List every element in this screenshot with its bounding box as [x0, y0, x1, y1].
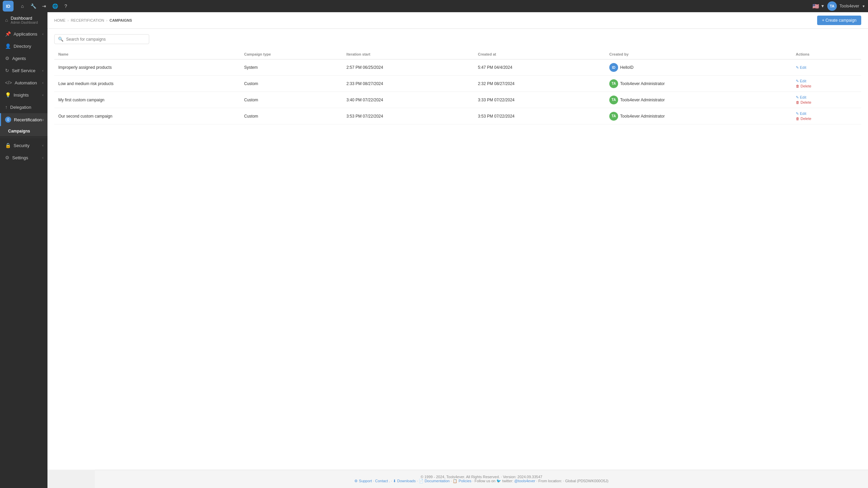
sidebar-item-recertification[interactable]: 0 Recertification ∨: [0, 113, 47, 126]
col-iteration: Iteration start: [342, 49, 474, 59]
sidebar-item-insights[interactable]: 💡 Insights ‹: [0, 89, 47, 101]
footer-downloads-link[interactable]: ⬇ Downloads: [393, 479, 415, 483]
security-icon: 🔒: [5, 143, 11, 148]
sidebar-item-self-service[interactable]: ↻ Self Service ‹: [0, 64, 47, 77]
search-icon: 🔍: [58, 37, 63, 42]
globe-nav-icon[interactable]: 🌐: [50, 1, 60, 11]
footer-links: ⚙ Support · Contact . · ⬇ Downloads · 📄 …: [100, 479, 863, 483]
insights-arrow: ‹: [42, 93, 43, 97]
breadcrumb-sep-2: ›: [106, 18, 107, 22]
delete-action-link[interactable]: 🗑 Delete: [796, 84, 857, 88]
footer-support-link[interactable]: ⚙ Support: [354, 479, 372, 483]
cell-created-by: TATools4ever Administrator: [605, 108, 792, 124]
cell-name: Improperly assigned products: [54, 59, 240, 76]
footer-twitter-link[interactable]: @tools4ever: [514, 479, 535, 483]
cell-actions: ✎ Edit: [792, 59, 861, 76]
security-label: Security: [14, 143, 29, 148]
sidebar-item-agents[interactable]: ⚙ Agents: [0, 52, 47, 64]
edit-action-link[interactable]: ✎ Edit: [796, 95, 857, 100]
automation-icon: </>: [5, 80, 12, 85]
col-created-at: Created at: [474, 49, 605, 59]
tools-nav-icon[interactable]: 🔧: [28, 1, 38, 11]
breadcrumb-sep-1: ›: [67, 18, 69, 22]
sidebar-item-automation[interactable]: </> Automation ‹: [0, 77, 47, 89]
delete-action-link[interactable]: 🗑 Delete: [796, 117, 857, 121]
applications-label: Applications: [14, 32, 37, 37]
sidebar-item-applications[interactable]: 📌 Applications ‹: [0, 28, 47, 40]
breadcrumb-current: CAMPAIGNS: [110, 18, 132, 22]
table-header: Name Campaign type Iteration start Creat…: [54, 49, 861, 59]
delete-action-link[interactable]: 🗑 Delete: [796, 100, 857, 104]
cell-created-by: IDHelloID: [605, 59, 792, 76]
settings-arrow: ‹: [42, 156, 43, 160]
cell-iteration-start: 2:33 PM 08/27/2024: [342, 76, 474, 92]
self-service-arrow: ‹: [42, 69, 43, 73]
directory-icon: 👤: [5, 43, 11, 49]
forward-nav-icon[interactable]: ⇥: [39, 1, 49, 11]
recertification-label: Recertification: [14, 117, 42, 122]
app-logo: ID: [3, 1, 14, 12]
cell-type: Custom: [240, 92, 342, 108]
sidebar: ⌂ Dashboard Admin Dashboard 📌 Applicatio…: [0, 12, 47, 488]
insights-icon: 💡: [5, 92, 11, 98]
recertification-arrow: ∨: [42, 118, 44, 122]
footer-copyright: © 1999 - 2024, Tools4ever. All Rights Re…: [100, 475, 863, 479]
sidebar-item-dashboard[interactable]: ⌂ Dashboard Admin Dashboard: [0, 12, 47, 28]
help-nav-icon[interactable]: ?: [61, 1, 71, 11]
search-input[interactable]: [66, 37, 145, 42]
content-area: 🔍 Name Campaign type Iteration start Cre…: [47, 29, 868, 470]
language-selector[interactable]: 🇺🇸 ▼: [812, 3, 825, 9]
directory-label: Directory: [14, 44, 31, 49]
edit-action-link[interactable]: ✎ Edit: [796, 111, 857, 116]
table-row: Our second custom campaignCustom3:53 PM …: [54, 108, 861, 124]
agents-label: Agents: [12, 56, 26, 61]
footer-documentation-link[interactable]: 📄 Documentation: [419, 479, 450, 483]
cell-actions: ✎ Edit🗑 Delete: [792, 108, 861, 124]
campaigns-table: Name Campaign type Iteration start Creat…: [54, 49, 861, 124]
create-campaign-button[interactable]: + Create campaign: [817, 16, 861, 25]
avatar: TA: [609, 112, 618, 121]
cell-created-at: 3:33 PM 07/22/2024: [474, 92, 605, 108]
cell-type: Custom: [240, 76, 342, 92]
campaigns-label: Campaigns: [8, 129, 30, 134]
breadcrumb-home[interactable]: HOME: [54, 18, 65, 22]
cell-type: System: [240, 59, 342, 76]
search-bar[interactable]: 🔍: [54, 34, 149, 44]
self-service-icon: ↻: [5, 68, 9, 73]
created-by-name: Tools4ever Administrator: [620, 81, 665, 86]
created-by-name: Tools4ever Administrator: [620, 98, 665, 102]
col-name: Name: [54, 49, 240, 59]
sidebar-item-delegation[interactable]: ↑ Delegation: [0, 101, 47, 113]
home-nav-icon[interactable]: ⌂: [18, 1, 27, 11]
cell-iteration-start: 2:57 PM 06/25/2024: [342, 59, 474, 76]
flag-icon: 🇺🇸: [812, 3, 819, 9]
main-content: HOME › RECERTIFICATION › CAMPAIGNS + Cre…: [47, 12, 868, 488]
security-arrow: ‹: [42, 144, 43, 147]
cell-name: Low and medium risk products: [54, 76, 240, 92]
breadcrumb-recertification[interactable]: RECERTIFICATION: [71, 18, 104, 22]
sidebar-item-settings[interactable]: ⚙ Settings ‹: [0, 151, 47, 164]
user-name[interactable]: Tools4ever: [840, 4, 859, 8]
edit-action-link[interactable]: ✎ Edit: [796, 79, 857, 83]
avatar: TA: [609, 96, 618, 104]
table-body: Improperly assigned productsSystem2:57 P…: [54, 59, 861, 124]
sidebar-item-security[interactable]: 🔒 Security ‹: [0, 139, 47, 151]
cell-actions: ✎ Edit🗑 Delete: [792, 92, 861, 108]
sidebar-item-directory[interactable]: 👤 Directory: [0, 40, 47, 52]
cell-actions: ✎ Edit🗑 Delete: [792, 76, 861, 92]
applications-icon: 📌: [5, 31, 11, 37]
settings-label: Settings: [12, 155, 28, 160]
sidebar-sub-item-campaigns[interactable]: Campaigns: [0, 126, 47, 136]
cell-iteration-start: 3:40 PM 07/22/2024: [342, 92, 474, 108]
cell-name: Our second custom campaign: [54, 108, 240, 124]
user-dropdown-arrow[interactable]: ▼: [862, 4, 865, 8]
recertification-submenu: Campaigns: [0, 126, 47, 136]
footer: © 1999 - 2024, Tools4ever. All Rights Re…: [95, 470, 868, 488]
created-by-name: Tools4ever Administrator: [620, 114, 665, 119]
footer-policies-link[interactable]: 📋 Policies: [453, 479, 471, 483]
recertification-badge: 0: [5, 117, 11, 123]
breadcrumb: HOME › RECERTIFICATION › CAMPAIGNS + Cre…: [47, 12, 868, 29]
edit-action-link[interactable]: ✎ Edit: [796, 65, 857, 70]
footer-contact-link[interactable]: Contact .: [375, 479, 390, 483]
dashboard-label: Dashboard: [11, 16, 38, 21]
